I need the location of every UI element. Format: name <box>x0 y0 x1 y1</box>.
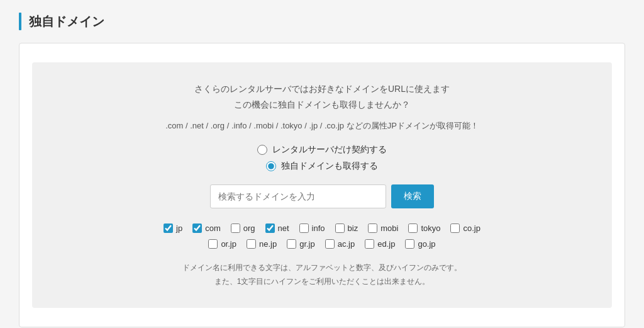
info-section: さくらのレンタルサーバではお好きなドメインをURLに使えます この機会に独自ドメ… <box>32 62 612 308</box>
info-line2: この機会に独自ドメインも取得しませんか？ <box>234 99 410 110</box>
checkbox-input-biz[interactable] <box>335 223 345 233</box>
checkbox-label-mobi: mobi <box>380 223 398 233</box>
checkbox-input-org[interactable] <box>231 223 240 233</box>
checkbox-input-grjp[interactable] <box>287 239 296 249</box>
radio-server-only[interactable]: レンタルサーバだけ契約する <box>257 144 387 156</box>
radio-with-domain[interactable]: 独自ドメインも取得する <box>266 161 378 172</box>
checkbox-label-cojp: co.jp <box>463 223 480 233</box>
checkbox-input-com[interactable] <box>192 223 202 233</box>
checkbox-input-orjp[interactable] <box>208 239 218 249</box>
checkbox-label-tokyo: tokyo <box>421 223 440 233</box>
checkbox-label-biz: biz <box>348 223 358 233</box>
checkbox-orjp[interactable]: or.jp <box>208 239 236 249</box>
checkbox-label-info: info <box>312 223 325 233</box>
search-button[interactable]: 検索 <box>391 184 434 208</box>
checkbox-section: jp com org net info <box>45 223 599 249</box>
checkbox-com[interactable]: com <box>192 223 221 233</box>
checkbox-tokyo[interactable]: tokyo <box>408 223 440 233</box>
page-title-container: 独自ドメイン <box>19 13 625 30</box>
checkbox-jp[interactable]: jp <box>164 223 182 233</box>
radio-label-server-only: レンタルサーバだけ契約する <box>272 144 387 156</box>
checkbox-input-info[interactable] <box>299 223 309 233</box>
title-accent-bar <box>19 13 21 30</box>
radio-input-server-only[interactable] <box>257 145 267 155</box>
page-title: 独自ドメイン <box>29 13 104 30</box>
checkbox-label-edjp: ed.jp <box>377 239 395 249</box>
checkbox-gojp[interactable]: go.jp <box>405 239 435 249</box>
radio-input-with-domain[interactable] <box>266 161 276 171</box>
checkbox-label-org: org <box>243 223 255 233</box>
checkbox-input-tokyo[interactable] <box>408 223 418 233</box>
checkbox-label-grjp: gr.jp <box>299 239 315 249</box>
checkbox-biz[interactable]: biz <box>335 223 358 233</box>
checkbox-label-orjp: or.jp <box>221 239 236 249</box>
checkbox-row-1: jp com org net info <box>164 223 480 233</box>
checkbox-mobi[interactable]: mobi <box>368 223 398 233</box>
checkbox-row-2: or.jp ne.jp gr.jp ac.jp ed.jp <box>208 239 435 249</box>
checkbox-net[interactable]: net <box>265 223 289 233</box>
checkbox-acjp[interactable]: ac.jp <box>325 239 355 249</box>
checkbox-input-acjp[interactable] <box>325 239 335 249</box>
checkbox-input-jp[interactable] <box>164 223 173 233</box>
checkbox-label-acjp: ac.jp <box>338 239 355 249</box>
checkbox-input-cojp[interactable] <box>450 223 460 233</box>
radio-label-with-domain: 独自ドメインも取得する <box>281 161 378 172</box>
notice-text: ドメイン名に利用できる文字は、アルファベットと数字、及びハイフンのみです。 また… <box>45 261 599 288</box>
checkbox-grjp[interactable]: gr.jp <box>287 239 315 249</box>
checkbox-label-gojp: go.jp <box>418 239 435 249</box>
info-text: さくらのレンタルサーバではお好きなドメインをURLに使えます この機会に独自ドメ… <box>45 81 599 113</box>
checkbox-info[interactable]: info <box>299 223 325 233</box>
domain-list: .com / .net / .org / .info / .mobi / .to… <box>45 120 599 132</box>
checkbox-input-gojp[interactable] <box>405 239 414 249</box>
checkbox-label-com: com <box>205 223 221 233</box>
notice-line1: ドメイン名に利用できる文字は、アルファベットと数字、及びハイフンのみです。 <box>182 263 462 272</box>
checkbox-edjp[interactable]: ed.jp <box>365 239 395 249</box>
radio-group: レンタルサーバだけ契約する 独自ドメインも取得する <box>45 144 599 172</box>
search-row: 検索 <box>45 184 599 208</box>
checkbox-input-nejp[interactable] <box>247 239 256 249</box>
checkbox-label-jp: jp <box>176 223 182 233</box>
checkbox-cojp[interactable]: co.jp <box>450 223 480 233</box>
notice-line2: また、1文字目にハイフンをご利用いただくことは出来ません。 <box>214 277 430 286</box>
search-input[interactable] <box>210 184 386 208</box>
checkbox-input-net[interactable] <box>265 223 275 233</box>
checkbox-label-net: net <box>278 223 289 233</box>
info-line1: さくらのレンタルサーバではお好きなドメインをURLに使えます <box>194 84 450 94</box>
checkbox-input-edjp[interactable] <box>365 239 374 249</box>
checkbox-nejp[interactable]: ne.jp <box>247 239 277 249</box>
checkbox-input-mobi[interactable] <box>368 223 377 233</box>
checkbox-label-nejp: ne.jp <box>259 239 277 249</box>
main-card: さくらのレンタルサーバではお好きなドメインをURLに使えます この機会に独自ドメ… <box>19 43 625 327</box>
checkbox-org[interactable]: org <box>231 223 255 233</box>
